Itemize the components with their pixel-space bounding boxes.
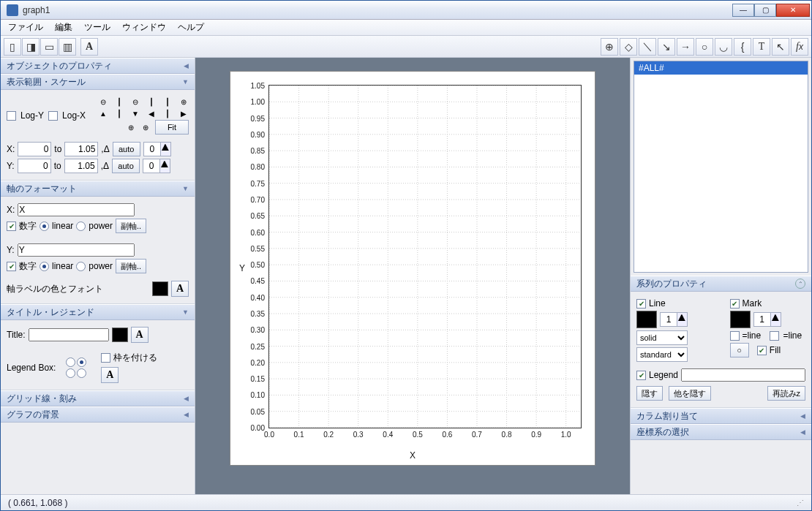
legend-pos-4[interactable] (77, 368, 86, 378)
spinner-arrows-icon[interactable]: ⯅ (160, 159, 170, 173)
text-tool-icon[interactable]: T (753, 38, 770, 56)
plot-area[interactable]: 0.00.10.20.30.40.50.60.70.80.91.00.000.0… (268, 85, 582, 428)
x-linear-radio[interactable] (40, 222, 49, 231)
title-color-swatch[interactable] (112, 328, 128, 342)
legend-text-input[interactable] (681, 368, 805, 382)
y-power-radio[interactable] (76, 262, 86, 271)
y-auto-button[interactable]: auto (112, 159, 140, 173)
menu-tool[interactable]: ツール (80, 20, 115, 35)
font-icon[interactable]: A (80, 38, 98, 56)
y-from-input[interactable] (18, 159, 51, 173)
cursor-icon[interactable]: ↖ (772, 38, 789, 56)
close-button[interactable]: ✕ (776, 4, 810, 17)
legend-checkbox[interactable]: ✔ (636, 371, 646, 380)
section-grid[interactable]: グリッド線・刻み◀ (1, 390, 195, 406)
reload-button[interactable]: 再読みz (767, 386, 806, 401)
checkbox-logx[interactable] (48, 111, 58, 121)
fill-checkbox[interactable]: ✔ (757, 346, 767, 355)
mark-color-swatch[interactable] (730, 311, 751, 328)
series-list[interactable]: #ALL# (634, 61, 808, 273)
zoom-in-icon-2[interactable]: ⊕ (126, 122, 136, 132)
fx-icon[interactable]: fx (791, 38, 808, 56)
resize-grip-icon[interactable]: ⋰ (797, 499, 804, 507)
menu-help[interactable]: ヘルプ (173, 20, 208, 35)
section-series-props[interactable]: 系列のプロパティ⌃ (631, 276, 811, 292)
x-label-input[interactable] (18, 203, 135, 216)
arc-icon[interactable]: ◡ (715, 38, 732, 56)
legend-pos-1[interactable] (66, 357, 75, 367)
section-range-scale[interactable]: 表示範囲・スケール▼ (1, 74, 195, 90)
x-numeric-checkbox[interactable]: ✔ (7, 222, 16, 231)
section-coord-system[interactable]: 座標系の選択◀ (631, 424, 811, 440)
x-from-input[interactable] (18, 142, 51, 156)
arrow-down-icon[interactable]: ↘ (658, 38, 675, 56)
y-linear-radio[interactable] (40, 262, 49, 271)
section-axis-format[interactable]: 軸のフォーマット▼ (1, 181, 195, 197)
legend-pos-2[interactable] (77, 357, 86, 367)
x-subaxis-button[interactable]: 副軸.. (116, 219, 146, 233)
legend-pos-3[interactable] (66, 368, 75, 378)
axis-color-swatch[interactable] (152, 281, 168, 296)
slider-icon-2[interactable]: ┃ (146, 96, 157, 107)
mark-shape-button[interactable]: ○ (730, 343, 749, 357)
nav-left-icon[interactable]: ◀ (146, 108, 157, 118)
minimize-button[interactable]: — (732, 4, 754, 17)
nav-right-icon[interactable]: ▶ (178, 108, 189, 118)
section-object-properties[interactable]: オブジェクトのプロパティ◀ (1, 58, 195, 74)
hide-button[interactable]: 隠す (636, 386, 663, 401)
mark-checkbox[interactable]: ✔ (730, 299, 740, 309)
y-label-input[interactable] (18, 243, 135, 257)
y-to-input[interactable] (64, 159, 98, 173)
menu-edit[interactable]: 編集 (50, 20, 77, 35)
circle-icon[interactable]: ○ (696, 38, 713, 56)
y-numeric-checkbox[interactable]: ✔ (7, 262, 16, 271)
zoom-out-icon-2[interactable]: ⊖ (130, 96, 140, 107)
line-standard-select[interactable]: standard (636, 347, 688, 362)
slider-icon-5[interactable]: ┃ (162, 108, 173, 118)
brace-icon[interactable]: { (734, 38, 751, 56)
collapse-icon[interactable]: ⌃ (795, 279, 805, 289)
mark-eqline-checkbox[interactable] (730, 331, 740, 341)
x-to-input[interactable] (64, 142, 98, 156)
line-color-swatch[interactable] (636, 311, 657, 328)
slider-icon-4[interactable]: ┃ (114, 108, 124, 118)
layout-icon-2[interactable]: ◨ (22, 38, 40, 56)
legend-font-button[interactable]: A (101, 367, 119, 383)
layout-icon-4[interactable]: ▥ (59, 38, 76, 56)
title-input[interactable] (29, 328, 109, 341)
layout-icon-3[interactable]: ▭ (40, 38, 58, 56)
x-power-radio[interactable] (76, 222, 86, 231)
slider-icon-3[interactable]: ┃ (162, 96, 173, 107)
pointer-plus-icon[interactable]: ⊕ (601, 38, 618, 56)
title-font-button[interactable]: A (131, 327, 149, 343)
zoom-in-icon-3[interactable]: ⊕ (140, 122, 151, 132)
menu-file[interactable]: ファイル (4, 20, 48, 35)
line-style-select[interactable]: solid (636, 330, 688, 345)
arrow-icon[interactable]: → (677, 38, 694, 56)
axis-font-button[interactable]: A (171, 281, 189, 297)
maximize-button[interactable]: ▢ (754, 4, 776, 17)
section-title-legend[interactable]: タイトル・レジェンド▼ (1, 304, 195, 320)
y-spinner[interactable]: ⯅ (143, 159, 170, 173)
slider-icon[interactable]: ┃ (114, 96, 124, 107)
zoom-in-icon[interactable]: ⊕ (178, 96, 189, 107)
eraser-icon[interactable]: ◇ (620, 38, 637, 56)
y-subaxis-button[interactable]: 副軸.. (116, 259, 146, 273)
series-item-all[interactable]: #ALL# (634, 61, 808, 75)
line-checkbox[interactable]: ✔ (636, 299, 646, 309)
mark-eqline2-checkbox[interactable] (770, 331, 779, 341)
section-background[interactable]: グラフの背景◀ (1, 406, 195, 423)
line-icon[interactable]: ＼ (639, 38, 656, 56)
line-width-spinner[interactable]: ⯅ (660, 312, 688, 327)
nav-down-icon[interactable]: ▼ (130, 108, 140, 118)
x-spinner[interactable]: ⯅ (143, 142, 171, 156)
spinner-arrows-icon[interactable]: ⯅ (161, 142, 171, 156)
checkbox-logy[interactable] (7, 111, 16, 121)
nav-up-icon[interactable]: ▲ (98, 108, 108, 118)
section-column-assign[interactable]: カラム割り当て◀ (631, 408, 811, 424)
layout-icon-1[interactable]: ▯ (4, 38, 21, 56)
zoom-out-icon[interactable]: ⊖ (98, 96, 108, 107)
legend-frame-checkbox[interactable] (101, 353, 110, 363)
fit-button[interactable]: Fit (155, 120, 189, 135)
mark-size-spinner[interactable]: ⯅ (753, 312, 781, 327)
